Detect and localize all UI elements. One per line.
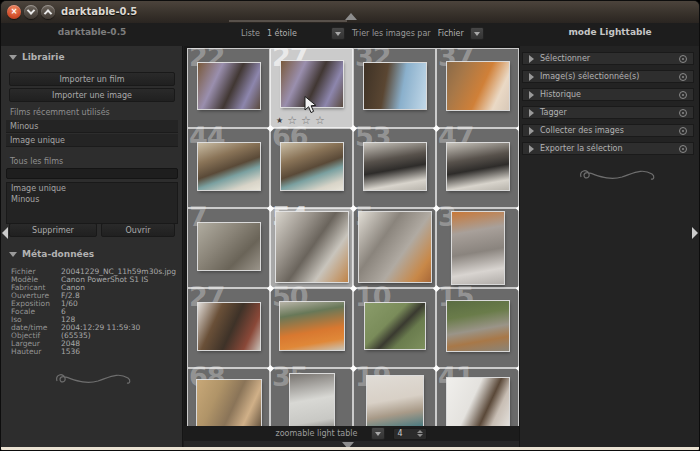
- recent-film-item[interactable]: Minous: [6, 120, 178, 133]
- image-cell[interactable]: 41: [436, 368, 519, 426]
- sort-dropdown-button[interactable]: [470, 27, 484, 40]
- module-images-selectionnees[interactable]: Image(s) sélectionnée(s): [522, 70, 694, 83]
- image-cell[interactable]: 19: [353, 368, 436, 426]
- film-search-input[interactable]: [6, 168, 178, 179]
- image-cell[interactable]: 53: [353, 128, 436, 208]
- image-cell[interactable]: 7: [187, 208, 270, 288]
- image-cell[interactable]: 35: [270, 368, 353, 426]
- meta-value: 2004:12:29 11:59:30: [61, 324, 183, 332]
- image-cell[interactable]: 15: [436, 288, 519, 368]
- expand-triangle-icon: [529, 145, 534, 153]
- image-cell[interactable]: 32: [353, 48, 436, 128]
- metadata-title: Méta-données: [22, 249, 94, 259]
- image-cell[interactable]: 47: [436, 128, 519, 208]
- presets-icon[interactable]: [679, 145, 687, 153]
- thumbnail[interactable]: [447, 143, 509, 190]
- collapse-top-arrow-icon[interactable]: [345, 13, 357, 20]
- expand-triangle-icon: [529, 55, 534, 63]
- thumbnail[interactable]: [198, 63, 260, 109]
- thumbnail[interactable]: [198, 303, 260, 350]
- open-film-button[interactable]: Ouvrir: [101, 223, 175, 237]
- collapse-right-arrow-icon[interactable]: [692, 227, 698, 239]
- spin-up-icon: [417, 430, 423, 433]
- star-empty-icon[interactable]: ☆: [301, 116, 311, 126]
- presets-icon[interactable]: [679, 91, 687, 99]
- film-list-item[interactable]: Image unique: [7, 183, 177, 194]
- image-cell[interactable]: 68: [187, 368, 270, 426]
- rating-filter-select[interactable]: 1 étoile: [267, 27, 345, 41]
- image-cell[interactable]: 44: [187, 128, 270, 208]
- view-dropdown-button[interactable]: [371, 427, 385, 440]
- image-cell[interactable]: 3: [436, 208, 519, 288]
- image-cell[interactable]: 54: [270, 208, 353, 288]
- image-cell[interactable]: 50: [270, 288, 353, 368]
- presets-icon[interactable]: [679, 55, 687, 63]
- image-cell[interactable]: 5: [353, 208, 436, 288]
- delete-film-button[interactable]: Supprimer: [9, 223, 97, 237]
- close-button[interactable]: ×: [7, 5, 21, 19]
- thumbnail[interactable]: [452, 212, 504, 284]
- thumbnail[interactable]: [198, 223, 260, 270]
- thumbnail[interactable]: [365, 303, 425, 349]
- minimize-button[interactable]: [24, 5, 38, 19]
- thumbnail[interactable]: [359, 212, 431, 282]
- presets-icon[interactable]: [679, 73, 687, 81]
- thumbnail[interactable]: [198, 143, 260, 190]
- image-cell[interactable]: 10: [353, 288, 436, 368]
- import-film-button[interactable]: Importer un film: [9, 72, 175, 86]
- app-version-label: darktable-0.5: [1, 27, 183, 37]
- top-slider-track[interactable]: [229, 20, 347, 22]
- image-cell[interactable]: 27★☆☆☆: [270, 48, 353, 128]
- thumbnail[interactable]: [447, 62, 509, 110]
- thumbnail[interactable]: [364, 143, 426, 190]
- thumbnail[interactable]: [364, 63, 426, 109]
- module-exporter-selection[interactable]: Exporter la sélection: [522, 142, 694, 155]
- image-cell[interactable]: 22: [187, 48, 270, 128]
- rating-filter-value: 1 étoile: [267, 29, 297, 38]
- meta-label: Hauteur: [1, 348, 61, 356]
- image-cell[interactable]: 66: [270, 128, 353, 208]
- thumbnail[interactable]: [197, 380, 261, 426]
- spin-down-icon: [417, 434, 423, 437]
- flourish-ornament: [575, 164, 665, 186]
- star-empty-icon[interactable]: ☆: [287, 116, 297, 126]
- module-tagger[interactable]: Tagger: [522, 106, 694, 119]
- thumbnail[interactable]: [281, 143, 343, 190]
- rating-dropdown-button[interactable]: [331, 27, 345, 40]
- thumbnail[interactable]: [276, 212, 348, 282]
- module-selectionner[interactable]: Sélectionner: [522, 52, 694, 65]
- thumbnail[interactable]: [290, 374, 334, 426]
- meta-value: 1/60: [61, 300, 183, 308]
- module-collecter-images[interactable]: Collecter des images: [522, 124, 694, 137]
- collapse-left-arrow-icon[interactable]: [2, 227, 8, 239]
- presets-icon[interactable]: [679, 127, 687, 135]
- import-image-button[interactable]: Importer une image: [9, 88, 175, 102]
- module-label: Historique: [540, 90, 673, 99]
- module-label: Collecter des images: [540, 126, 673, 135]
- module-label: Tagger: [540, 108, 673, 117]
- film-listbox[interactable]: Image unique Minous: [6, 182, 178, 224]
- thumbnail[interactable]: [447, 301, 509, 351]
- image-cell[interactable]: 27: [187, 288, 270, 368]
- meta-value: 1536: [61, 348, 183, 356]
- maximize-button[interactable]: [41, 5, 55, 19]
- recent-film-item[interactable]: Image unique: [6, 134, 178, 147]
- sort-select[interactable]: Fichier: [438, 27, 484, 41]
- spinner-arrows[interactable]: [417, 430, 423, 437]
- sort-value: Fichier: [438, 29, 464, 38]
- star-filled-icon[interactable]: ★: [276, 116, 283, 126]
- module-historique[interactable]: Historique: [522, 88, 694, 101]
- film-list-item[interactable]: Minous: [7, 194, 177, 205]
- expand-triangle-icon: [529, 91, 534, 99]
- star-empty-icon[interactable]: ☆: [315, 116, 325, 126]
- metadata-expander[interactable]: Méta-données: [9, 249, 94, 259]
- thumbnail[interactable]: [367, 376, 423, 426]
- image-cell[interactable]: 37: [436, 48, 519, 128]
- thumbnail[interactable]: [280, 302, 344, 350]
- star-rating[interactable]: ★☆☆☆: [276, 116, 325, 126]
- presets-icon[interactable]: [679, 109, 687, 117]
- meta-value: Canon: [61, 284, 183, 292]
- library-expander[interactable]: Librairie: [9, 52, 65, 62]
- thumbnail[interactable]: [447, 378, 509, 426]
- zoom-level-spinner[interactable]: 4: [393, 428, 427, 440]
